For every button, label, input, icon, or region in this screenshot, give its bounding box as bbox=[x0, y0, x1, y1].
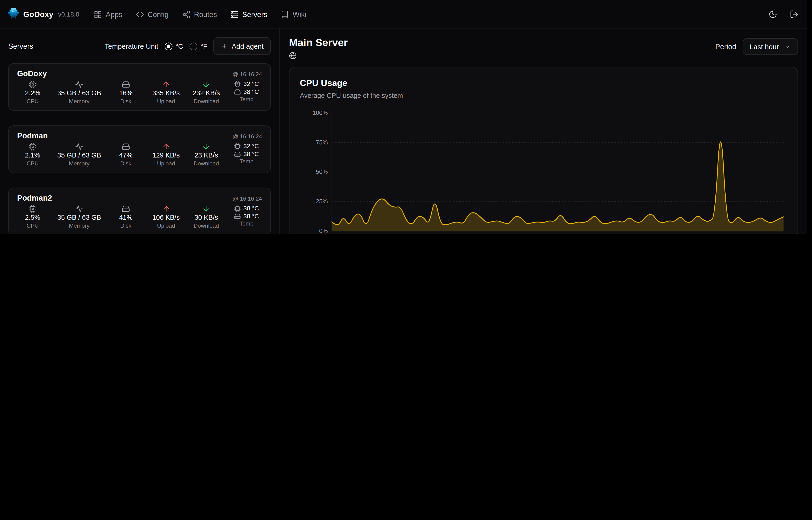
hard-drive-icon bbox=[234, 213, 241, 219]
nav-item-wiki[interactable]: Wiki bbox=[281, 10, 306, 19]
nav-item-label: Wiki bbox=[292, 10, 306, 19]
cpu-value: 2.2% bbox=[25, 90, 40, 97]
memory-label: Memory bbox=[69, 160, 89, 166]
disk-temp-value: 38 °C bbox=[243, 150, 259, 157]
temp-label: Temp bbox=[240, 96, 253, 102]
arrow-down-icon bbox=[202, 205, 211, 213]
server-card-header: GoDoxy @ 16:16:24 bbox=[17, 69, 262, 78]
arrow-down-icon bbox=[202, 80, 211, 89]
arrow-up-icon bbox=[162, 205, 170, 213]
period-select[interactable]: Last hour bbox=[743, 38, 798, 55]
temp-label: Temp bbox=[240, 158, 253, 164]
cpu-icon bbox=[28, 205, 37, 213]
temp-unit-celsius-label: °C bbox=[175, 42, 183, 50]
cpu-value: 2.5% bbox=[25, 214, 40, 221]
download-label: Download bbox=[194, 160, 219, 166]
server-name: GoDoxy bbox=[17, 69, 47, 78]
disk-label: Disk bbox=[120, 98, 132, 104]
main-panel: Main Server Period Last hour CPU Us bbox=[280, 29, 812, 234]
cpu-icon bbox=[234, 81, 241, 87]
chart-plot: 100%75%50%25%0%12:17 AM12:26 AM12:35 AM1… bbox=[300, 107, 787, 234]
disk-label: Disk bbox=[120, 222, 132, 229]
metric-memory: 35 GB / 63 GB Memory bbox=[57, 205, 101, 229]
memory-value: 35 GB / 63 GB bbox=[57, 214, 101, 221]
server-card-header: Podman @ 16:16:24 bbox=[17, 131, 262, 140]
disk-temp-row: 38 °C bbox=[234, 88, 259, 95]
main-nav: AppsConfigRoutesServersWiki bbox=[94, 10, 754, 19]
top-navbar: GoDoxy v0.18.0 AppsConfigRoutesServersWi… bbox=[0, 0, 812, 29]
globe-icon bbox=[289, 52, 297, 59]
nav-item-routes[interactable]: Routes bbox=[182, 10, 217, 19]
period-label: Period bbox=[716, 43, 736, 51]
disk-temp-row: 38 °C bbox=[234, 212, 259, 220]
disk-temp-value: 38 °C bbox=[243, 212, 259, 220]
server-name: Podman2 bbox=[17, 193, 52, 203]
server-name: Podman bbox=[17, 131, 48, 140]
memory-value: 35 GB / 63 GB bbox=[57, 152, 101, 159]
nav-item-label: Servers bbox=[242, 10, 267, 19]
nav-item-apps[interactable]: Apps bbox=[94, 10, 122, 19]
download-label: Download bbox=[194, 222, 219, 229]
logout-button[interactable] bbox=[790, 10, 799, 19]
server-metrics: 2.5% CPU 35 GB / 63 GB Memory 41% Disk 1… bbox=[17, 205, 262, 229]
disk-value: 16% bbox=[119, 90, 133, 97]
code-icon bbox=[136, 10, 144, 19]
arrow-down-icon bbox=[202, 142, 211, 151]
nav-item-servers[interactable]: Servers bbox=[230, 10, 267, 19]
metric-memory: 35 GB / 63 GB Memory bbox=[57, 142, 101, 166]
radio-unchecked-icon bbox=[190, 42, 197, 50]
app-root: GoDoxy v0.18.0 AppsConfigRoutesServersWi… bbox=[0, 0, 812, 234]
wiki-book-icon bbox=[281, 10, 289, 19]
server-card[interactable]: GoDoxy @ 16:16:24 2.2% CPU 35 GB / 63 GB… bbox=[8, 63, 271, 111]
hard-drive-icon bbox=[122, 142, 130, 151]
download-value: 23 KB/s bbox=[194, 152, 218, 159]
servers-icon bbox=[230, 10, 239, 19]
memory-label: Memory bbox=[69, 222, 89, 229]
upload-label: Upload bbox=[157, 222, 175, 229]
metric-temp: 32 °C 38 °C Temp bbox=[231, 142, 262, 166]
cpu-icon bbox=[28, 142, 37, 151]
nav-item-config[interactable]: Config bbox=[136, 10, 169, 19]
hard-drive-icon bbox=[122, 205, 130, 213]
server-list: GoDoxy @ 16:16:24 2.2% CPU 35 GB / 63 GB… bbox=[8, 63, 271, 234]
chevron-down-icon bbox=[784, 43, 791, 50]
arrow-up-icon bbox=[162, 142, 170, 151]
hard-drive-icon bbox=[234, 88, 241, 95]
charts-container: CPU Usage Average CPU usage of the syste… bbox=[289, 67, 798, 234]
activity-icon bbox=[75, 205, 83, 213]
cpu-temp-value: 38 °C bbox=[243, 205, 259, 212]
cpu-temp-value: 32 °C bbox=[243, 142, 259, 150]
arrow-up-icon bbox=[162, 80, 170, 89]
disk-temp-value: 38 °C bbox=[243, 88, 259, 95]
cpu-label: CPU bbox=[27, 222, 39, 229]
metric-download: 30 KB/s Download bbox=[191, 205, 222, 229]
server-card[interactable]: Podman2 @ 16:16:24 2.5% CPU 35 GB / 63 G… bbox=[8, 187, 271, 234]
scrollbar-gutter bbox=[807, 0, 812, 234]
server-metrics: 2.2% CPU 35 GB / 63 GB Memory 16% Disk 3… bbox=[17, 80, 262, 104]
server-card[interactable]: Podman @ 16:16:24 2.1% CPU 35 GB / 63 GB… bbox=[8, 125, 271, 173]
download-value: 30 KB/s bbox=[194, 214, 218, 221]
cpu-temp-row: 32 °C bbox=[234, 80, 259, 87]
nav-item-label: Apps bbox=[106, 10, 122, 19]
routes-icon bbox=[182, 10, 190, 19]
cpu-icon bbox=[234, 143, 241, 150]
content: Servers Temperature Unit °C °F bbox=[0, 29, 812, 234]
add-agent-button[interactable]: Add agent bbox=[214, 37, 271, 55]
brand-name: GoDoxy bbox=[23, 10, 53, 19]
cpu-icon bbox=[28, 80, 37, 89]
theme-toggle-button[interactable] bbox=[768, 10, 777, 19]
metric-upload: 335 KB/s Upload bbox=[150, 80, 181, 104]
period-value: Last hour bbox=[750, 43, 779, 51]
cpu-temp-row: 38 °C bbox=[234, 205, 259, 212]
upload-value: 129 KB/s bbox=[152, 152, 179, 159]
temperature-unit-label: Temperature Unit bbox=[105, 42, 158, 50]
temp-unit-celsius-radio[interactable]: °C bbox=[165, 42, 183, 50]
sidebar-controls: Temperature Unit °C °F Add agent bbox=[105, 37, 271, 55]
add-agent-label: Add agent bbox=[232, 42, 263, 50]
disk-value: 41% bbox=[119, 214, 133, 221]
disk-value: 47% bbox=[119, 152, 133, 159]
server-updated-time: @ 16:16:24 bbox=[232, 133, 262, 139]
temp-unit-fahrenheit-radio[interactable]: °F bbox=[190, 42, 207, 50]
cpu-label: CPU bbox=[27, 98, 39, 104]
period-control: Period Last hour bbox=[716, 38, 798, 55]
